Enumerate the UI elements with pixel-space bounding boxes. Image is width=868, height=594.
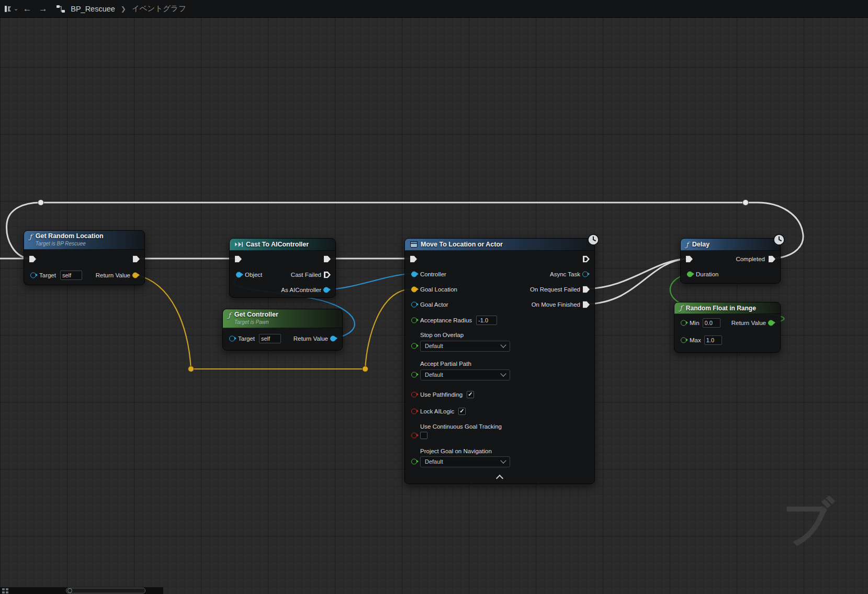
node-header[interactable]: ƒ Delay [681,239,780,251]
lock-ailogic-checkbox[interactable] [458,408,466,415]
async-task-pin[interactable] [582,272,588,277]
collapse-node-button[interactable] [494,474,505,480]
node-header[interactable]: ƒ Random Float in Range [674,302,780,314]
cast-failed-pin[interactable] [324,272,331,278]
event-graph-canvas[interactable]: ブ ƒ Get Random Location Target is [0,0,868,594]
project-goal-on-navigation-dropdown[interactable]: Default [420,456,510,467]
async-task-icon [410,241,418,248]
cutoff-search-control[interactable] [66,588,145,593]
node-cast-to-aicontroller[interactable]: Cast To AIController Object Cast Failed … [229,238,336,298]
target-value-input[interactable] [60,271,82,280]
graph-watermark: ブ [783,496,834,546]
acceptance-radius-input[interactable] [476,316,497,325]
pin-label: Completed [736,256,765,262]
accept-partial-path-pin[interactable] [411,372,417,378]
node-delay[interactable]: ƒ Delay Completed Duration [680,238,781,284]
node-title: Cast To AIController [246,241,309,248]
target-value-input[interactable] [259,334,281,343]
reroute-node[interactable] [363,366,368,372]
function-icon: ƒ [686,241,689,249]
node-get-random-location[interactable]: ƒ Get Random Location Target is BP Rescu… [24,230,145,285]
node-subtitle: Target is BP Rescuee [36,240,104,247]
reroute-node[interactable] [188,366,194,372]
max-pin[interactable] [681,338,686,343]
pin-label: Accept Partial Path [420,361,471,367]
use-pathfinding-checkbox[interactable] [467,391,474,398]
pin-label: Lock AILogic [420,408,454,414]
pin-label: Object [245,272,262,278]
chevron-down-icon [500,457,506,463]
use-continuous-goal-tracking-checkbox[interactable] [420,432,427,439]
exec-in-pin[interactable] [235,256,242,263]
pin-label: Controller [420,271,446,277]
exec-out-pin[interactable] [133,256,140,263]
forward-button[interactable]: → [35,4,51,14]
stop-on-overlap-dropdown[interactable]: Default [420,341,510,352]
node-header[interactable]: Cast To AIController [230,239,335,251]
pin-label: On Move Finished [532,301,580,308]
max-value-input[interactable] [704,335,722,345]
acceptance-radius-pin[interactable] [411,318,417,323]
goal-actor-pin[interactable] [411,302,417,308]
wire-object-asaicontroller-to-controller[interactable] [326,274,412,289]
on-move-finished-pin[interactable] [583,301,590,308]
wire-exec-onmovefinished-to-delay[interactable] [587,259,687,304]
exec-in-pin[interactable] [29,256,36,263]
reroute-node[interactable] [743,200,748,205]
breadcrumb-graph[interactable]: イベントグラフ [132,4,186,14]
return-value-pin[interactable] [768,320,774,326]
node-header[interactable]: Move To Location or Actor [405,239,594,251]
on-request-failed-pin[interactable] [583,286,590,293]
node-move-to-location-or-actor[interactable]: Move To Location or Actor Controller Asy… [404,238,595,484]
min-value-input[interactable] [703,318,720,328]
pin-label: Target [39,272,56,278]
use-pathfinding-pin[interactable] [411,392,417,398]
function-icon: ƒ [29,233,32,241]
stop-on-overlap-pin[interactable] [411,343,417,349]
pin-label: Cast Failed [291,272,321,278]
pin-label: On Request Failed [530,286,580,293]
duration-pin[interactable] [687,272,693,277]
wire-exec-onrequestfailed-to-delay[interactable] [587,259,687,289]
return-value-pin[interactable] [330,336,336,342]
as-aicontroller-pin[interactable] [323,287,329,293]
lock-ailogic-pin[interactable] [411,409,417,414]
node-random-float-in-range[interactable]: ƒ Random Float in Range Min Return Value… [674,302,781,353]
dropdown-value: Default [425,343,443,349]
node-header[interactable]: ƒ Get Controller Target is Pawn [223,309,342,328]
exec-out-pin[interactable] [324,256,331,263]
latent-clock-icon [588,234,599,245]
return-value-pin[interactable] [132,273,138,278]
layout-grid-icon[interactable] [2,588,8,593]
exec-in-pin[interactable] [410,256,417,263]
node-title: Delay [692,241,709,248]
dropdown-value: Default [425,372,443,378]
function-icon: ƒ [680,304,682,312]
target-pin[interactable] [229,336,235,342]
node-title: Get Controller [234,311,278,318]
node-header[interactable]: ƒ Get Random Location Target is BP Rescu… [24,231,144,250]
object-pin[interactable] [236,272,242,278]
chevron-down-icon: ⌄ [14,5,18,12]
accept-partial-path-dropdown[interactable]: Default [420,369,510,380]
project-goal-on-navigation-pin[interactable] [411,459,417,465]
node-title: Random Float in Range [686,305,756,312]
exec-in-pin[interactable] [686,256,693,263]
min-pin[interactable] [681,320,686,326]
blueprint-mode-icon[interactable]: ⌄ [4,5,18,13]
pin-label: Project Goal on Navigation [420,448,492,454]
reroute-node[interactable] [38,200,43,205]
exec-out-pin[interactable] [583,256,590,263]
blueprint-editor-window: ブ ƒ Get Random Location Target is [0,0,868,594]
goal-location-pin[interactable] [411,287,417,293]
use-continuous-goal-tracking-pin[interactable] [411,433,417,439]
breadcrumb-asset[interactable]: BP_Rescuee [71,5,115,13]
completed-pin[interactable] [769,256,775,263]
node-get-controller[interactable]: ƒ Get Controller Target is Pawn Target R… [222,309,343,351]
pin-label: Return Value [731,320,766,326]
latent-clock-icon [773,234,785,245]
target-pin[interactable] [30,273,36,278]
back-button[interactable]: ← [19,4,35,14]
pin-label: Duration [696,271,718,277]
controller-pin[interactable] [411,272,417,277]
